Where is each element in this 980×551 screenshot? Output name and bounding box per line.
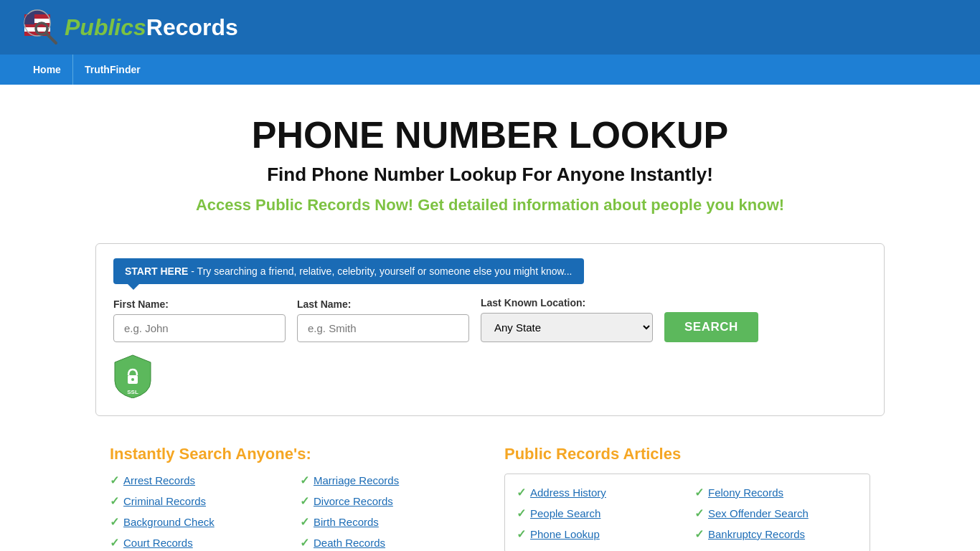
last-name-group: Last Name:	[297, 298, 469, 342]
hero-section: PHONE NUMBER LOOKUP Find Phone Number Lo…	[0, 85, 980, 243]
location-label: Last Known Location:	[481, 297, 653, 309]
state-select[interactable]: Any StateAlabamaAlaskaArizonaArkansasCal…	[481, 313, 653, 342]
logo[interactable]: PublicsRecords	[22, 9, 238, 46]
list-item: ✓Arrest Records	[110, 474, 286, 487]
first-name-group: First Name:	[113, 298, 286, 342]
check-icon: ✓	[694, 527, 704, 541]
location-group: Last Known Location: Any StateAlabamaAla…	[481, 297, 653, 342]
list-item: ✓Birth Records	[300, 515, 476, 529]
articles-title: Public Records Articles	[504, 445, 870, 463]
record-link[interactable]: Divorce Records	[314, 495, 393, 507]
list-item: ✓Sex Offender Search	[694, 507, 858, 520]
record-link[interactable]: Death Records	[314, 537, 385, 549]
list-item: ✓Felony Records	[694, 486, 858, 499]
logo-records-text: Records	[146, 14, 238, 40]
logo-text: PublicsRecords	[65, 14, 238, 41]
list-item: ✓Phone Lookup	[517, 527, 680, 541]
list-item: ✓Criminal Records	[110, 494, 286, 508]
check-icon: ✓	[517, 507, 526, 520]
svg-point-12	[131, 378, 134, 381]
check-icon: ✓	[110, 515, 119, 529]
logo-icon	[22, 9, 59, 46]
check-icon: ✓	[110, 474, 119, 487]
record-link[interactable]: Marriage Records	[314, 474, 399, 486]
check-icon: ✓	[300, 536, 309, 550]
search-fields: First Name: Last Name: Last Known Locati…	[113, 297, 867, 342]
list-item: ✓Background Check	[110, 515, 286, 529]
record-link[interactable]: Background Check	[123, 516, 215, 528]
records-list: ✓Arrest Records✓Marriage Records✓Crimina…	[110, 474, 476, 550]
first-name-input[interactable]	[113, 314, 286, 342]
check-icon: ✓	[694, 486, 704, 499]
list-item: ✓Death Records	[300, 536, 476, 550]
svg-text:SSL: SSL	[127, 389, 138, 395]
start-banner-text: - Try searching a friend, relative, cele…	[188, 265, 572, 277]
record-link[interactable]: Criminal Records	[123, 495, 206, 507]
start-banner-bold: START HERE	[125, 265, 188, 277]
article-link[interactable]: Sex Offender Search	[708, 507, 809, 519]
list-item: ✓Divorce Records	[300, 494, 476, 508]
articles-section: Public Records Articles ✓Address History…	[504, 445, 870, 551]
list-item: ✓Marriage Records	[300, 474, 476, 487]
svg-line-9	[47, 34, 56, 43]
search-container: START HERE - Try searching a friend, rel…	[95, 243, 885, 416]
hero-tagline: Access Public Records Now! Get detailed …	[14, 196, 966, 215]
article-link[interactable]: People Search	[530, 507, 600, 519]
record-link[interactable]: Court Records	[123, 537, 193, 549]
nav-truthfinder[interactable]: TruthFinder	[73, 55, 152, 85]
check-icon: ✓	[300, 474, 309, 487]
first-name-label: First Name:	[113, 298, 286, 310]
ssl-badge: SSL	[113, 354, 867, 398]
list-item: ✓People Search	[517, 507, 680, 520]
bottom-section: Instantly Search Anyone's: ✓Arrest Recor…	[95, 438, 885, 551]
article-link[interactable]: Phone Lookup	[530, 528, 600, 540]
check-icon: ✓	[110, 536, 119, 550]
instantly-search-title: Instantly Search Anyone's:	[110, 445, 476, 463]
last-name-input[interactable]	[297, 314, 469, 342]
article-link[interactable]: Bankruptcy Records	[708, 528, 805, 540]
check-icon: ✓	[517, 486, 526, 499]
nav-home[interactable]: Home	[22, 55, 73, 85]
check-icon: ✓	[300, 494, 309, 508]
hero-subtitle: Find Phone Number Lookup For Anyone Inst…	[14, 164, 966, 186]
page-title: PHONE NUMBER LOOKUP	[14, 113, 966, 156]
check-icon: ✓	[110, 494, 119, 508]
list-item: ✓Court Records	[110, 536, 286, 550]
ssl-shield-icon: SSL	[113, 354, 152, 398]
articles-grid: ✓Address History✓Felony Records✓People S…	[517, 486, 858, 541]
last-name-label: Last Name:	[297, 298, 469, 310]
check-icon: ✓	[300, 515, 309, 529]
record-link[interactable]: Arrest Records	[123, 474, 195, 486]
articles-box: ✓Address History✓Felony Records✓People S…	[504, 474, 870, 551]
start-banner: START HERE - Try searching a friend, rel…	[113, 258, 584, 284]
article-link[interactable]: Address History	[530, 486, 606, 499]
article-link[interactable]: Felony Records	[708, 486, 783, 499]
check-icon: ✓	[517, 527, 526, 541]
logo-flag-magnifier-icon	[22, 9, 59, 46]
check-icon: ✓	[694, 507, 704, 520]
search-button[interactable]: SEARCH	[664, 312, 758, 342]
list-item: ✓Address History	[517, 486, 680, 499]
list-item: ✓Bankruptcy Records	[694, 527, 858, 541]
instantly-search-section: Instantly Search Anyone's: ✓Arrest Recor…	[110, 445, 476, 551]
record-link[interactable]: Birth Records	[314, 516, 379, 528]
main-nav: Home TruthFinder	[0, 55, 980, 85]
site-header: PublicsRecords	[0, 0, 980, 55]
logo-publics-text: Publics	[65, 14, 146, 40]
